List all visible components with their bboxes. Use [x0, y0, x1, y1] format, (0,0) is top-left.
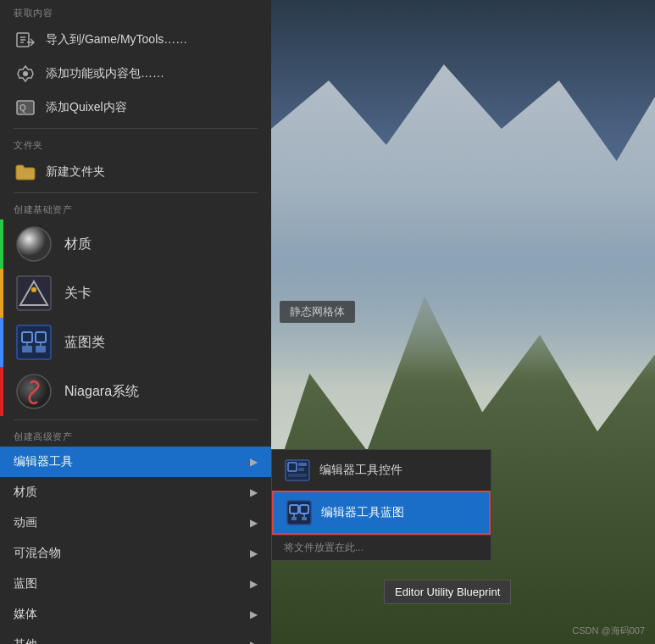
section-advanced-assets: 创建高级资产: [0, 424, 271, 447]
menu-item-other[interactable]: 其他 ▶: [0, 630, 271, 644]
svg-rect-24: [288, 474, 307, 477]
folder-icon: [14, 160, 37, 184]
animation-arrow: ▶: [250, 517, 258, 529]
import-label: 导入到/Game/MyTools……: [46, 32, 258, 47]
section-basic-assets: 创建基础资产: [0, 197, 271, 219]
svg-rect-23: [298, 468, 304, 471]
menu-item-media[interactable]: 媒体 ▶: [0, 599, 271, 630]
submenu-item-editor-blueprint[interactable]: 编辑器工具蓝图: [272, 491, 491, 535]
divider-2: [14, 192, 258, 193]
svg-text:Q: Q: [19, 103, 26, 113]
context-menu: 获取内容 导入到/Game/MyTools…… 添加功能或内容包……: [0, 0, 271, 644]
blueprint-class-label: 蓝图类: [64, 334, 258, 352]
editor-tool-label: 编辑器工具: [14, 454, 241, 469]
blueprint-arrow: ▶: [250, 578, 258, 590]
quixel-icon: Q: [14, 96, 37, 119]
submenu-editor-tools: 编辑器工具控件 编辑器工具蓝图 将文件放置在此...: [271, 449, 491, 561]
quixel-label: 添加Quixel内容: [46, 100, 258, 115]
plugin-label: 添加功能或内容包……: [46, 66, 258, 81]
menu-item-material[interactable]: 材质: [0, 219, 271, 269]
menu-item-blueprint[interactable]: 蓝图 ▶: [0, 569, 271, 599]
menu-item-new-folder[interactable]: 新建文件夹: [0, 155, 271, 189]
svg-rect-15: [22, 346, 32, 353]
niagara-icon: [14, 371, 54, 412]
other-arrow: ▶: [250, 639, 258, 644]
blueprint-label: 蓝图: [14, 576, 241, 591]
editor-widget-icon: [284, 457, 311, 484]
editor-blueprint-label: 编辑器工具蓝图: [321, 505, 477, 520]
menu-item-import[interactable]: 导入到/Game/MyTools……: [0, 23, 271, 57]
other-label: 其他: [14, 637, 241, 644]
svg-rect-31: [302, 517, 307, 520]
editor-blueprint-icon: [286, 499, 313, 526]
material-label: 材质: [64, 236, 258, 253]
mixable-label: 可混合物: [14, 546, 241, 561]
material-icon: [14, 224, 54, 264]
svg-point-8: [17, 227, 51, 261]
blueprint-color-bar: [0, 318, 3, 367]
menu-item-animation[interactable]: 动画 ▶: [0, 508, 271, 538]
menu-item-blueprint-class[interactable]: 蓝图类: [0, 318, 271, 367]
material-color-bar: [0, 219, 3, 269]
tooltip-editor-blueprint: Editor Utility Blueprint: [384, 580, 511, 604]
level-label: 关卡: [64, 285, 258, 303]
svg-rect-22: [298, 463, 307, 466]
material2-label: 材质: [14, 485, 241, 500]
submenu-description: 将文件放置在此...: [272, 535, 491, 560]
section-folder: 文件夹: [0, 132, 271, 155]
section-get-content: 获取内容: [0, 0, 271, 23]
watermark: CSDN @海码007: [572, 625, 645, 637]
editor-tool-arrow: ▶: [250, 456, 258, 468]
menu-item-editor-tool[interactable]: 编辑器工具 ▶: [0, 447, 271, 477]
material2-arrow: ▶: [250, 486, 258, 498]
level-icon: [14, 273, 54, 314]
svg-rect-30: [291, 517, 297, 520]
menu-item-plugin[interactable]: 添加功能或内容包……: [0, 57, 271, 91]
editor-widget-label: 编辑器工具控件: [319, 463, 479, 478]
niagara-label: Niagara系统: [64, 383, 258, 401]
menu-item-niagara[interactable]: Niagara系统: [0, 367, 271, 416]
animation-label: 动画: [14, 515, 241, 530]
menu-item-quixel[interactable]: Q 添加Quixel内容: [0, 91, 271, 125]
divider-1: [14, 128, 258, 129]
submenu-item-editor-widget[interactable]: 编辑器工具控件: [272, 450, 491, 491]
svg-rect-16: [36, 346, 46, 353]
divider-3: [14, 419, 258, 420]
import-icon: [14, 28, 37, 52]
static-mesh-label: 静态网格体: [280, 301, 355, 323]
mixable-arrow: ▶: [250, 547, 258, 559]
menu-item-mixable[interactable]: 可混合物 ▶: [0, 538, 271, 569]
media-label: 媒体: [14, 607, 241, 622]
menu-item-level[interactable]: 关卡: [0, 269, 271, 318]
level-color-bar: [0, 269, 3, 318]
blueprint-class-icon: [14, 322, 54, 363]
snow-bg: [271, 64, 655, 386]
menu-item-material2[interactable]: 材质 ▶: [0, 477, 271, 508]
svg-point-11: [31, 287, 36, 292]
new-folder-label: 新建文件夹: [46, 164, 258, 180]
plugin-icon: [14, 62, 37, 86]
media-arrow: ▶: [250, 608, 258, 620]
svg-point-4: [23, 71, 28, 76]
niagara-color-bar: [0, 367, 3, 416]
